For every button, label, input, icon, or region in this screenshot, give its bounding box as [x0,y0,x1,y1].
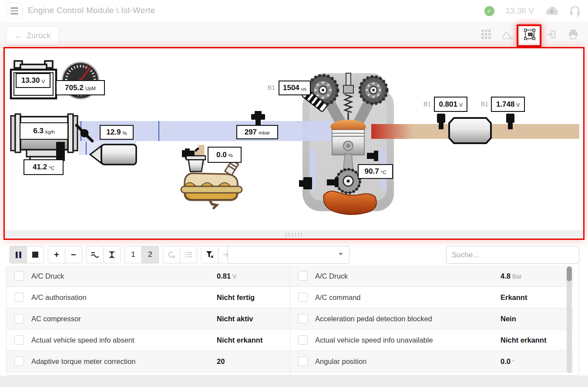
row-value: Nein [501,315,518,323]
zoom-in-button[interactable]: + [48,246,65,263]
graph-view-button[interactable] [497,24,519,45]
table-row[interactable]: A/C command Erkannt [290,287,574,308]
live-values-table: A/C Druck 0.81V A/C authorisation Nicht … [6,266,579,376]
table-row[interactable]: Actual vehicle speed info unavailable Ni… [290,330,574,351]
o2-post-bank-label: B1 [481,101,488,108]
header-bar: Engine Control Module \ Ist-Werte ✓ 13.3… [0,0,588,22]
row-value: Nicht erkannt [501,336,548,344]
o2-pre-bank-label: B1 [423,101,431,108]
print-button[interactable] [562,24,584,45]
coolant-temp-box[interactable]: 90.7°C [358,164,393,179]
table-scrollbar[interactable] [567,266,572,373]
clear-filter-button[interactable] [201,246,218,263]
catalytic-converter-icon [449,118,491,143]
table-row[interactable]: Acceleration pedal detection blocked Nei… [290,308,574,330]
values-list-toolbar: + − 1 2 [0,245,588,264]
columns-one-button[interactable]: 1 [124,246,142,263]
table-row[interactable]: A/C Druck 4.8Bar [290,266,574,287]
vehicle-voltage-status: 13.36 V [506,6,534,16]
table-scrollbar-thumb[interactable] [567,266,572,281]
row-value: Nicht erkannt [217,336,264,344]
reservoir-cup-icon [186,156,205,172]
row-checkbox[interactable] [298,293,308,302]
egr-position-box[interactable]: 0.0% [208,147,242,163]
columns-two-button[interactable]: 2 [141,246,159,263]
row-checkbox[interactable] [14,293,24,302]
row-label: Actual vehicle speed info unavailable [315,336,433,344]
table-row[interactable]: Actual vehicle speed info absent Nicht e… [7,330,290,351]
hamburger-menu-button[interactable] [6,3,23,19]
camshaft-gear-right [360,77,387,104]
row-checkbox[interactable] [298,271,308,281]
app-window: Engine Control Module \ Ist-Werte ✓ 13.3… [0,0,588,387]
row-checkbox[interactable] [14,335,24,345]
row-checkbox[interactable] [298,314,308,323]
table-row[interactable]: A/C Druck 0.81V [7,266,290,287]
row-value: 20 [217,357,226,366]
grip-dots-icon [285,232,304,236]
row-checkbox[interactable] [298,357,308,366]
page-title: Engine Control Module \ Ist-Werte [28,6,155,15]
o2-post-cat-box[interactable]: 1.748V [491,97,525,112]
engine-diagram-graphics [5,48,583,230]
row-value: Nicht aktiv [217,315,255,323]
reset-values-button[interactable] [163,246,180,263]
injection-bank-label: B1 [268,84,275,91]
auto-height-button[interactable] [103,246,121,263]
table-left-column: A/C Druck 0.81V A/C authorisation Nicht … [7,266,290,375]
back-button[interactable]: ← Zurück [6,26,59,45]
dashboard-edit-button[interactable] [519,24,541,45]
row-checkbox[interactable] [14,271,24,281]
row-value: Nicht fertig [217,293,256,302]
panel-resize-handle[interactable] [5,230,583,239]
injection-time-box[interactable]: 1504us [279,81,311,95]
o2-pre-cat-box[interactable]: 0.801V [434,97,467,112]
pause-button[interactable] [10,246,27,263]
search-input[interactable] [446,246,579,264]
headphones-support-icon[interactable] [570,5,580,17]
zoom-out-button[interactable]: − [65,246,82,263]
page-bottom-strip [0,376,588,387]
value-group-select[interactable] [228,246,349,264]
row-label: AC compressor [31,315,81,323]
export-button[interactable] [541,24,562,45]
grid-view-button[interactable] [475,24,497,45]
row-label: A/C Druck [315,272,348,280]
back-arrow-icon: ← [14,31,22,40]
crankshaft-gear [336,169,360,193]
stop-button[interactable] [27,246,44,263]
curve-scale-button[interactable] [86,246,104,263]
table-row[interactable]: AC compressor Nicht aktiv [7,308,290,330]
engine-rpm-box[interactable]: 705.2UpM [56,80,105,95]
status-ok-icon: ✓ [484,6,494,16]
row-label: A/C command [315,293,361,302]
row-checkbox[interactable] [14,357,24,366]
cloud-download-icon[interactable] [545,6,558,16]
knock-sensor-icon [299,177,312,189]
battery-voltage-box[interactable]: 13.30V [16,73,50,88]
row-checkbox[interactable] [14,314,24,323]
intake-air-temp-box[interactable]: 41.2°C [24,159,64,175]
row-label: A/C Druck [31,272,64,280]
row-value: 0.81V [217,272,236,280]
table-row[interactable]: Adaptive torque meter correction 20 [7,351,290,372]
table-right-column: A/C Druck 4.8Bar A/C command Erkannt Acc… [290,266,574,375]
throttle-position-box[interactable]: 12.9% [100,125,134,140]
row-label: A/C authorisation [31,293,87,302]
engine-diagram: 13.30V 705.2UpM 6.3kg/h 41.2°C 12.9% 297… [5,48,583,230]
select-list-button[interactable] [180,246,197,263]
chevron-down-icon [339,253,343,256]
manifold-pressure-box[interactable]: 297mbar [236,125,278,139]
row-label: Angular position [315,357,366,366]
back-button-label: Zurück [27,31,50,40]
air-mass-box[interactable]: 6.3kg/h [20,122,68,140]
table-row[interactable]: Angular position 0.0° [290,351,574,372]
table-row[interactable]: A/C authorisation Nicht fertig [7,287,290,308]
row-value: 0.0° [501,357,515,366]
row-checkbox[interactable] [298,335,308,345]
row-value: 4.8Bar [501,272,522,280]
row-label: Adaptive torque meter correction [31,357,135,366]
row-label: Actual vehicle speed info absent [31,336,134,344]
sub-toolbar: ← Zurück [0,22,588,47]
annotation-frame-diagram: 13.30V 705.2UpM 6.3kg/h 41.2°C 12.9% 297… [3,47,585,240]
